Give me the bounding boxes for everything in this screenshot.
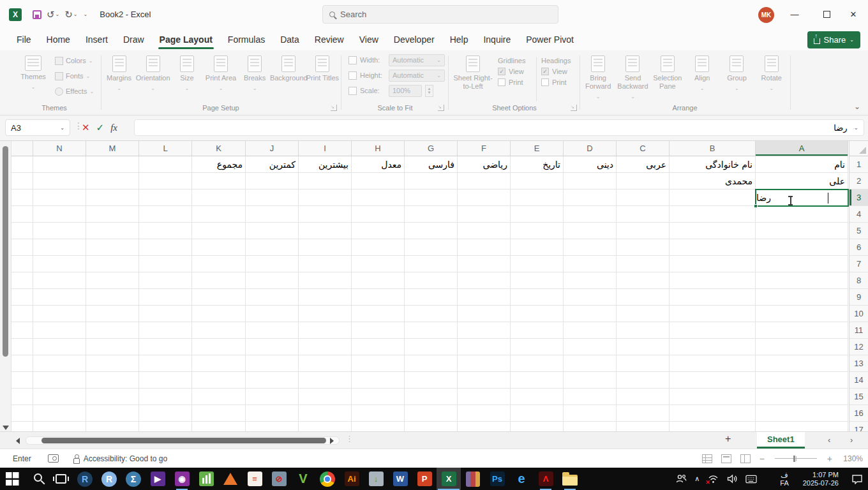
cell-L15[interactable] (139, 389, 192, 405)
cell-H5[interactable] (352, 223, 405, 239)
cell-B10[interactable] (670, 306, 756, 322)
page-break-preview-button[interactable] (740, 454, 751, 463)
cell-L9[interactable] (139, 289, 192, 306)
splitter-dots[interactable]: ⋮ (345, 434, 354, 443)
cell-F5[interactable] (458, 223, 511, 239)
column-header-F[interactable]: F (458, 141, 511, 156)
cell-L12[interactable] (139, 339, 192, 355)
ribbon-tab-developer[interactable]: Developer (386, 31, 442, 50)
margins-button[interactable]: Margins⌄ (103, 56, 136, 93)
cell-I15[interactable] (299, 389, 352, 405)
cell-M7[interactable] (86, 256, 139, 272)
cell-N2[interactable] (33, 173, 86, 189)
taskbar-device-app-icon[interactable]: ↓ (364, 468, 388, 490)
cell-G10[interactable] (405, 306, 458, 322)
cell-D4[interactable] (564, 206, 617, 223)
cell-M1[interactable] (86, 156, 139, 173)
cell-E16[interactable] (511, 405, 564, 422)
align-button[interactable]: Align⌄ (685, 56, 719, 101)
send-backward-button[interactable]: Send Backward⌄ (616, 56, 649, 101)
row-header-8[interactable]: 8 (849, 272, 868, 289)
cell-D17[interactable] (564, 422, 617, 431)
cell-x14[interactable] (11, 372, 33, 389)
cell-C9[interactable] (617, 289, 670, 306)
cell-E9[interactable] (511, 289, 564, 306)
cell-F2[interactable] (458, 173, 511, 189)
cell-M3[interactable] (86, 189, 139, 206)
cell-L14[interactable] (139, 372, 192, 389)
cell-C1[interactable]: عربی (617, 156, 670, 173)
taskbar-task-view-icon[interactable] (49, 468, 73, 490)
cell-A16[interactable] (756, 405, 848, 422)
taskbar-doc-app-icon[interactable]: ≡ (243, 468, 267, 490)
cell-x15[interactable] (11, 389, 33, 405)
ribbon-tab-data[interactable]: Data (273, 31, 307, 50)
cell-I1[interactable]: بیشترین (299, 156, 352, 173)
ribbon-tab-inquire[interactable]: Inquire (475, 31, 518, 50)
cell-J6[interactable] (246, 239, 299, 256)
cell-G2[interactable] (405, 173, 458, 189)
taskbar-screen-recorder-icon[interactable]: ◉ (170, 468, 194, 490)
cell-I13[interactable] (299, 355, 352, 372)
language-indicator[interactable]: ف FA (780, 471, 788, 487)
cell-K2[interactable] (192, 173, 246, 189)
cell-I8[interactable] (299, 272, 352, 289)
cell-J10[interactable] (246, 306, 299, 322)
cell-K7[interactable] (192, 256, 246, 272)
size-button[interactable]: Size⌄ (170, 56, 204, 93)
cell-J13[interactable] (246, 355, 299, 372)
share-button[interactable]: Share⌄ (807, 31, 860, 48)
taskbar-v-app-icon[interactable]: V (291, 468, 315, 490)
cell-L17[interactable] (139, 422, 192, 431)
column-header-partial[interactable] (11, 141, 33, 156)
cell-grid[interactable]: NMLKJIHGFEDCBA مجموعکمترینبیشترینمعدلفار… (11, 141, 849, 431)
cell-H7[interactable] (352, 256, 405, 272)
cell-I2[interactable] (299, 173, 352, 189)
fill-handle[interactable] (754, 204, 758, 208)
cell-D12[interactable] (564, 339, 617, 355)
redo-button[interactable]: ↻⌄ (63, 8, 79, 22)
cell-H15[interactable] (352, 389, 405, 405)
cell-G17[interactable] (405, 422, 458, 431)
cell-F17[interactable] (458, 422, 511, 431)
cell-F1[interactable]: ریاضی (458, 156, 511, 173)
search-input[interactable]: Search (322, 5, 558, 24)
column-header-B[interactable]: B (670, 141, 756, 156)
cell-K17[interactable] (192, 422, 246, 431)
cell-F12[interactable] (458, 339, 511, 355)
cell-N15[interactable] (33, 389, 86, 405)
sheet-options-dialog-launcher[interactable] (571, 105, 577, 111)
select-all-corner[interactable] (849, 141, 868, 156)
ribbon-tab-file[interactable]: File (9, 31, 39, 50)
cell-I3[interactable] (299, 189, 352, 206)
cell-B7[interactable] (670, 256, 756, 272)
cell-K11[interactable] (192, 322, 246, 339)
cell-J12[interactable] (246, 339, 299, 355)
taskbar-photoshop-icon[interactable]: Ps (485, 468, 509, 490)
column-header-D[interactable]: D (564, 141, 617, 156)
cell-I9[interactable] (299, 289, 352, 306)
volume-icon[interactable] (726, 473, 738, 485)
row-header-14[interactable]: 14 (849, 372, 868, 389)
cell-E4[interactable] (511, 206, 564, 223)
people-icon[interactable] (675, 473, 687, 485)
cell-H17[interactable] (352, 422, 405, 431)
taskbar-word-icon[interactable]: W (388, 468, 412, 490)
collapse-ribbon-button[interactable]: ⌄ (854, 102, 860, 111)
cell-H10[interactable] (352, 306, 405, 322)
cell-J7[interactable] (246, 256, 299, 272)
cell-I17[interactable] (299, 422, 352, 431)
cell-K6[interactable] (192, 239, 246, 256)
row-header-17[interactable]: 17 (849, 422, 868, 431)
cell-K16[interactable] (192, 405, 246, 422)
cell-L8[interactable] (139, 272, 192, 289)
cell-x3[interactable] (11, 189, 33, 206)
cell-M16[interactable] (86, 405, 139, 422)
cell-A5[interactable] (756, 223, 848, 239)
cell-J17[interactable] (246, 422, 299, 431)
cell-B15[interactable] (670, 389, 756, 405)
cell-C14[interactable] (617, 372, 670, 389)
cell-A4[interactable] (756, 206, 848, 223)
cell-B3[interactable] (670, 189, 756, 206)
cell-I7[interactable] (299, 256, 352, 272)
